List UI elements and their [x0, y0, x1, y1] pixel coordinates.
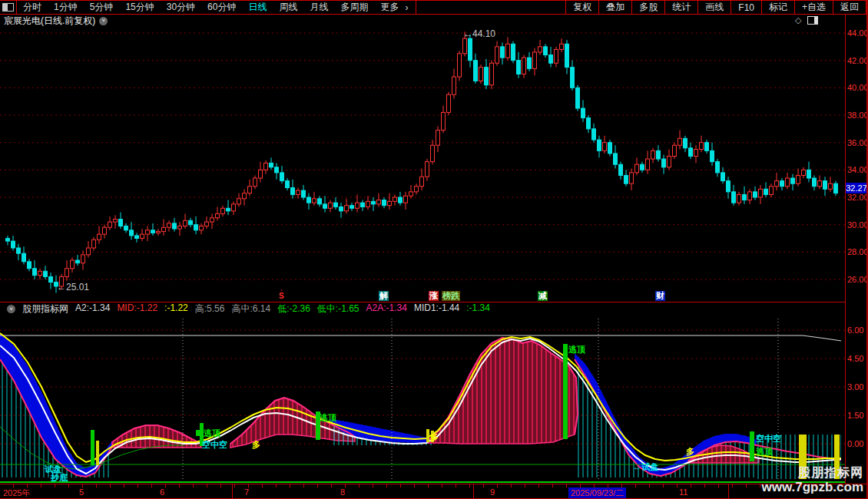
- indicator-chevron-icon[interactable]: ˅: [7, 305, 15, 313]
- indicator-field: 低中:-1.65: [317, 302, 359, 316]
- signal-label: 逃顶: [203, 428, 221, 438]
- watermark-url: www.7gpzb.com: [761, 480, 863, 495]
- event-marker[interactable]: 解: [379, 291, 389, 301]
- indicator-field: MID:-1.22: [117, 302, 157, 316]
- signal-label: 空中空: [202, 440, 227, 449]
- time-axis-ticks: [0, 484, 845, 487]
- price-axis-label: 34.00: [847, 165, 868, 174]
- indicator-field: 高:5.56: [195, 302, 225, 316]
- trading-app-window: 分时1分钟5分钟15分钟30分钟60分钟日线周线月线多周期更多› 复权叠加多股统…: [0, 0, 868, 499]
- price-axis-label: 40.00: [847, 83, 868, 92]
- price-axis-label: 30.00: [847, 220, 868, 230]
- indicator-axis-label: 0.00: [847, 439, 863, 448]
- chart-canvas[interactable]: 试盘抄底逃顶空中空多逃顶多逃顶←试盘多空中空逃顶: [0, 0, 845, 499]
- indicator-field: 高中:6.14: [231, 302, 270, 316]
- xaxis-label: 8: [340, 487, 345, 497]
- indicator-field: A2A:-1.34: [366, 302, 407, 316]
- indicator-field: :-1.22: [164, 302, 188, 316]
- signal-label: 多: [686, 447, 694, 456]
- price-axis-label: 38.00: [847, 111, 868, 120]
- selected-date-label: 2025/09/23/二: [568, 487, 626, 499]
- event-marker[interactable]: 涨: [429, 291, 439, 301]
- indicator-axis-label: 6.00: [847, 326, 863, 335]
- event-marker[interactable]: 榜跌: [442, 291, 460, 301]
- indicator-field: 低:-2.36: [277, 302, 310, 316]
- xaxis-label: 2025年: [3, 487, 30, 499]
- signal-label: 空中空: [756, 434, 781, 443]
- indicator-header: ˅ 股朋指标网A2:-1.34MID:-1.22:-1.22高:5.56高中:6…: [0, 302, 845, 316]
- indicator-axis-label: 3.00: [847, 382, 863, 392]
- month-separator: [728, 484, 729, 499]
- indicator-values: 股朋指标网A2:-1.34MID:-1.22:-1.22高:5.56高中:6.1…: [22, 302, 490, 316]
- signal-label: ←试盘: [633, 462, 658, 471]
- watermark: 股朋指标网 www.7gpzb.com: [761, 466, 863, 495]
- time-axis: 2025年567892025/09/23/二11: [0, 484, 868, 499]
- indicator-field: :-1.34: [466, 302, 490, 316]
- signal-label: 逃顶: [319, 413, 337, 422]
- price-axis-label: 32.00: [847, 193, 868, 202]
- xaxis-label: 7: [244, 487, 249, 497]
- dividend-marker[interactable]: ↑S: [279, 289, 284, 299]
- price-axis-label: 36.00: [847, 138, 868, 147]
- price-axis-label: 42.00: [847, 56, 868, 65]
- xaxis-label: 6: [160, 487, 164, 497]
- month-separator: [232, 484, 233, 499]
- price-axis-label: 26.00: [847, 275, 868, 284]
- signal-label: 抄底: [50, 473, 68, 482]
- indicator-axis-label: 1.50: [847, 411, 863, 420]
- indicator-field: A2:-1.34: [75, 302, 110, 316]
- current-price-tag: 32.27: [846, 183, 867, 193]
- low-price-annotation: ←25.01: [57, 282, 89, 292]
- event-marker[interactable]: 减: [538, 291, 548, 301]
- xaxis-label: 11: [679, 487, 687, 497]
- xaxis-label: 5: [79, 487, 84, 497]
- signal-label: 逃顶: [568, 345, 586, 354]
- event-marker[interactable]: 财: [655, 291, 665, 301]
- price-axis-label: 28.00: [847, 247, 868, 256]
- indicator-field: MID1:-1.44: [414, 302, 459, 316]
- price-axis-label: 44.00: [847, 28, 868, 38]
- watermark-site-name: 股朋指标网: [761, 466, 863, 480]
- indicator-field: 股朋指标网: [22, 302, 68, 316]
- high-price-annotation: ←44.10: [463, 28, 495, 39]
- signal-label: 多: [430, 432, 439, 441]
- xaxis-label: 9: [490, 487, 495, 497]
- indicator-axis-label: 4.50: [847, 354, 863, 363]
- month-separator: [473, 484, 474, 499]
- signal-label: 多: [252, 440, 260, 449]
- price-axis: 44.0042.0040.0038.0036.0034.0032.0030.00…: [845, 15, 866, 499]
- signal-label: 逃顶: [755, 447, 774, 456]
